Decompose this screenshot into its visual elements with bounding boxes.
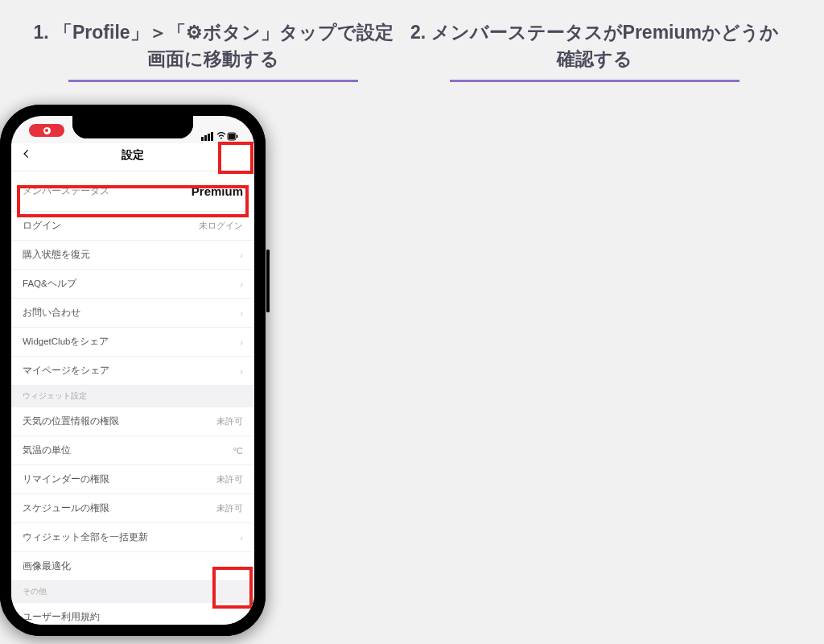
refresh-all-label: ウィジェット全部を一括更新 xyxy=(23,531,148,543)
image-opt-label: 画像最適化 xyxy=(23,560,71,572)
share-wc-label: WidgetClubをシェア xyxy=(23,336,109,348)
reminder-perm-value: 未許可 xyxy=(216,473,243,485)
row-schedule-perm[interactable]: スケジュールの権限 未許可 xyxy=(11,494,254,523)
temp-unit-label: 気温の単位 xyxy=(23,444,71,456)
section-other: その他 xyxy=(11,581,254,603)
step1-underline xyxy=(68,80,358,83)
schedule-perm-label: スケジュールの権限 xyxy=(23,502,109,514)
chevron-right-icon: › xyxy=(240,250,243,260)
reminder-perm-label: リマインダーの権限 xyxy=(23,473,109,485)
step2-underline xyxy=(450,80,740,83)
login-value: 未ログイン xyxy=(199,220,243,232)
chevron-right-icon: › xyxy=(240,308,243,318)
member-status-value: Premium xyxy=(192,184,243,198)
row-member-status[interactable]: メンバーステータス Premium xyxy=(11,171,254,212)
row-image-opt[interactable]: 画像最適化 › xyxy=(11,552,254,581)
row-login[interactable]: ログイン 未ログイン xyxy=(11,212,254,241)
chevron-right-icon: › xyxy=(240,337,243,347)
login-label: ログイン xyxy=(23,220,61,232)
row-restore[interactable]: 購入状態を復元 › xyxy=(11,241,254,270)
svg-rect-17 xyxy=(201,137,204,141)
step2-title: 2. メンバーステータスがPremiumかどうか確認する xyxy=(406,19,784,73)
chevron-right-icon: › xyxy=(240,562,243,572)
svg-rect-22 xyxy=(229,134,235,139)
chevron-right-icon: › xyxy=(240,533,243,543)
section-widget: ウィジェット設定 xyxy=(11,386,254,407)
row-share-wc[interactable]: WidgetClubをシェア › xyxy=(11,328,254,357)
row-user-terms[interactable]: ユーザー利用規約 › xyxy=(11,603,254,625)
row-share-mypage[interactable]: マイページをシェア › xyxy=(11,357,254,386)
weather-perm-value: 未許可 xyxy=(216,415,243,427)
schedule-perm-value: 未許可 xyxy=(216,502,243,514)
restore-label: 購入状態を復元 xyxy=(23,249,90,261)
row-refresh-all[interactable]: ウィジェット全部を一括更新 › xyxy=(11,523,254,552)
row-reminder-perm[interactable]: リマインダーの権限 未許可 xyxy=(11,465,254,494)
share-mypage-label: マイページをシェア xyxy=(23,365,109,377)
chevron-right-icon: › xyxy=(240,279,243,289)
member-status-label: メンバーステータス xyxy=(23,185,109,197)
row-temp-unit[interactable]: 気温の単位 °C xyxy=(11,436,254,465)
row-faq[interactable]: FAQ&ヘルプ › xyxy=(11,270,254,299)
weather-perm-label: 天気の位置情報の権限 xyxy=(23,415,119,427)
settings-title: 設定 xyxy=(122,148,144,161)
svg-rect-19 xyxy=(208,134,210,141)
chevron-right-icon: › xyxy=(240,613,243,622)
phone-frame-settings: 設定 メンバーステータス Premium ログイン 未ログイン 購入状態を復元 … xyxy=(0,105,266,636)
back-button[interactable] xyxy=(21,147,32,161)
contact-label: お問い合わせ xyxy=(23,307,80,319)
temp-unit-value: °C xyxy=(233,446,243,456)
svg-rect-20 xyxy=(211,132,213,141)
row-weather-perm[interactable]: 天気の位置情報の権限 未許可 xyxy=(11,407,254,436)
chevron-right-icon: › xyxy=(240,366,243,376)
svg-rect-23 xyxy=(237,134,238,138)
faq-label: FAQ&ヘルプ xyxy=(23,278,76,290)
row-contact[interactable]: お問い合わせ › xyxy=(11,299,254,328)
step1-title: 1. 「Profile」＞「⚙ボタン」タップで設定画面に移動する xyxy=(24,19,402,73)
user-terms-label: ユーザー利用規約 xyxy=(23,611,100,623)
svg-rect-18 xyxy=(204,135,207,141)
status-right-icons-2 xyxy=(201,130,238,142)
screen-record-indicator xyxy=(29,124,64,137)
